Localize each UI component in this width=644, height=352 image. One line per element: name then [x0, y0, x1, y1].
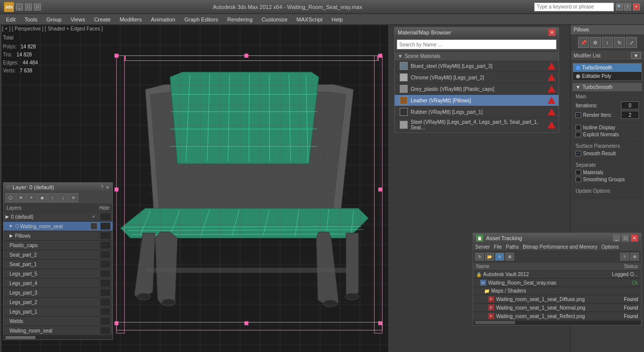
- at-item-reflect[interactable]: P Waiting_room_seat_1_seat_Reflect.png F…: [473, 312, 641, 321]
- layers-delete-button[interactable]: ✕: [16, 193, 26, 202]
- at-maximize-button[interactable]: □: [622, 235, 629, 242]
- collapse-icon[interactable]: ▼: [576, 84, 581, 90]
- at-menu-paths[interactable]: Paths: [506, 244, 519, 250]
- minimize-button[interactable]: _: [16, 3, 23, 10]
- menu-rendering[interactable]: Rendering: [223, 15, 257, 23]
- mat-item-4[interactable]: Rubber (VRayMtl) [Legs_part_1]: [395, 106, 559, 118]
- update-options-label: Update Options: [576, 188, 639, 194]
- mat-item-3[interactable]: Leather (VRayMtl) [Pillows]: [395, 95, 559, 106]
- layers-new-button[interactable]: ⬡: [5, 193, 15, 202]
- modifier-stack: TurboSmooth Editable Poly: [573, 63, 642, 81]
- at-grid-view-button[interactable]: ⊞: [505, 253, 514, 261]
- layers-select-button[interactable]: ◈: [37, 193, 47, 202]
- layer-seat-part-2[interactable]: Seat_part_2: [3, 250, 112, 260]
- layer-seat-part-1[interactable]: Seat_part_1: [3, 260, 112, 269]
- mat-item-5[interactable]: Steel (VRayMtl) [Legs_part_4, Legs_part_…: [395, 118, 559, 132]
- at-help-button[interactable]: ?: [620, 253, 629, 261]
- keyword-search-input[interactable]: [534, 2, 614, 11]
- menu-help[interactable]: Help: [328, 15, 347, 23]
- render-iters-checkbox[interactable]: [576, 112, 581, 118]
- mat-search-input[interactable]: [397, 39, 557, 49]
- at-list-view-button[interactable]: ≡: [495, 253, 504, 261]
- modifier-list-dropdown[interactable]: ▼: [631, 52, 641, 59]
- at-minimize-button[interactable]: _: [613, 235, 620, 242]
- materials-checkbox[interactable]: [576, 170, 581, 175]
- at-menu-file[interactable]: File: [494, 244, 502, 250]
- move-button[interactable]: ↕: [602, 37, 613, 48]
- mat-swatch-4: [400, 108, 408, 116]
- mat-browser-close-button[interactable]: ✕: [549, 29, 556, 36]
- layers-close-button[interactable]: ✕: [105, 185, 109, 190]
- at-name-col: Name: [476, 264, 598, 269]
- layer-legs-5[interactable]: Legs_part_5: [3, 269, 112, 279]
- at-item-max-file[interactable]: M Waiting_Room_Seat_vray.max Ok: [473, 279, 641, 287]
- menu-maxscript[interactable]: MAXScript: [293, 15, 327, 23]
- mat-item-2[interactable]: Grey_plastic (VRayMtl) [Plastic_caps]: [395, 83, 559, 95]
- layers-move-down-button[interactable]: ↓: [58, 193, 68, 202]
- menu-animation[interactable]: Animation: [147, 15, 179, 23]
- layer-0-default[interactable]: ▶ 0 (default) ✓: [3, 212, 112, 222]
- maximize-button[interactable]: □: [34, 3, 41, 10]
- at-scrollbar[interactable]: [473, 321, 641, 325]
- pin-stack-button[interactable]: 📌: [578, 37, 589, 48]
- iterations-label: Iterations:: [576, 103, 598, 108]
- layer-welds[interactable]: Welds: [3, 317, 112, 326]
- restore-button[interactable]: □: [25, 3, 32, 10]
- layer-waiting-room-seat[interactable]: ▼ ⬡ Waiting_room_seat: [3, 222, 112, 231]
- asset-tracking-titlebar: 📋 Asset Tracking _ □ ✕: [473, 233, 641, 243]
- menu-create[interactable]: Create: [90, 15, 114, 23]
- at-item-normal[interactable]: P Waiting_room_seat_1_seat_Normal.png Fo…: [473, 304, 641, 312]
- modifier-editable-poly[interactable]: Editable Poly: [573, 72, 642, 80]
- update-options-section: Update Options: [573, 186, 642, 198]
- layer-legs-3[interactable]: Legs_part_3: [3, 288, 112, 298]
- smooth-result-checkbox[interactable]: [576, 151, 581, 156]
- menu-modifiers[interactable]: Modifiers: [115, 15, 146, 23]
- layer-plastic-caps[interactable]: Plastic_caps: [3, 241, 112, 250]
- menu-edit[interactable]: Edit: [2, 15, 19, 23]
- layers-options-button[interactable]: ≡: [68, 193, 78, 202]
- menu-graph-editors[interactable]: Graph Editors: [180, 15, 222, 23]
- at-item-maps-folder[interactable]: 📁 Maps / Shaders: [473, 287, 641, 295]
- layer-pillows[interactable]: ▶ Pillows: [3, 231, 112, 241]
- at-item-diffuse[interactable]: P Waiting_room_seat_1_seat_Diffuse.png F…: [473, 295, 641, 304]
- at-menu-server[interactable]: Server: [475, 244, 490, 250]
- layer-legs-4[interactable]: Legs_part_4: [3, 279, 112, 288]
- help-button[interactable]: ?: [624, 3, 631, 10]
- at-settings-button[interactable]: ⚙: [630, 253, 639, 261]
- smoothing-groups-checkbox[interactable]: [576, 177, 581, 182]
- layer-legs-1[interactable]: Legs_part_1: [3, 307, 112, 317]
- close-button[interactable]: ✕: [633, 3, 640, 10]
- layers-move-up-button[interactable]: ↑: [47, 193, 57, 202]
- at-scroll-thumb[interactable]: [475, 321, 515, 324]
- at-menu-options[interactable]: Options: [602, 244, 619, 250]
- layer-waiting-room-seat-2[interactable]: Waiting_room_seat: [3, 326, 112, 336]
- menu-customize[interactable]: Customize: [258, 15, 292, 23]
- properties-button[interactable]: ⚙: [590, 37, 601, 48]
- menu-views[interactable]: Views: [66, 15, 89, 23]
- modifier-turbosmooth[interactable]: TurboSmooth: [573, 63, 642, 72]
- at-close-button[interactable]: ✕: [631, 235, 638, 242]
- mat-item-1[interactable]: Chrome (VRayMtl) [Legs_part_2]: [395, 72, 559, 83]
- menu-tools[interactable]: Tools: [20, 15, 41, 23]
- mat-item-0[interactable]: Blued_steel (VRayMtl) [Legs_part_3]: [395, 60, 559, 72]
- at-open-button[interactable]: 📂: [485, 253, 494, 261]
- menu-group[interactable]: Group: [42, 15, 66, 23]
- scale-button[interactable]: ⤢: [626, 37, 637, 48]
- rotate-button[interactable]: ↻: [614, 37, 625, 48]
- separate-section: Separate Materials Smoothing Groups: [573, 160, 642, 186]
- layers-scrollbar[interactable]: [3, 336, 112, 340]
- scene-materials-header[interactable]: ▼ Scene Materials: [395, 52, 559, 60]
- iterations-spinner[interactable]: 0: [621, 101, 639, 109]
- layers-scroll-thumb[interactable]: [5, 336, 35, 339]
- at-item-vault[interactable]: 🔒 Autodesk Vault 2012 Logged O...: [473, 271, 641, 279]
- at-refresh-button[interactable]: ↻: [475, 253, 484, 261]
- layers-add-button[interactable]: +: [26, 193, 36, 202]
- layer-legs-2[interactable]: Legs_part_2: [3, 298, 112, 307]
- render-iters-spinner[interactable]: 2: [621, 111, 639, 119]
- explicit-normals-checkbox[interactable]: [576, 132, 581, 137]
- search-button[interactable]: 🔍: [616, 3, 623, 10]
- at-diffuse-status: Found: [598, 297, 638, 302]
- layers-help-button[interactable]: ?: [100, 185, 103, 190]
- isoline-checkbox[interactable]: [576, 125, 581, 130]
- at-menu-bitmap[interactable]: Bitmap Performance and Memory: [523, 244, 598, 250]
